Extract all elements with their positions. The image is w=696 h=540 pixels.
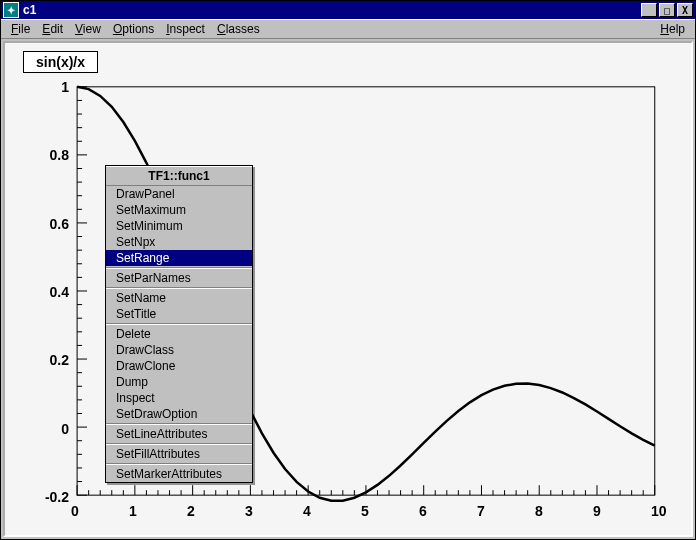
cm-sep [106,323,252,325]
cm-sep [106,267,252,269]
x-tick-label: 6 [419,503,427,519]
titlebar[interactable]: ✦ c1 _ □ X [1,1,695,19]
cm-item-setmarkerattributes[interactable]: SetMarkerAttributes [106,466,252,482]
x-tick-label: 8 [535,503,543,519]
y-tick-label: 0.6 [29,216,69,232]
menu-help[interactable]: Help [654,20,691,38]
y-tick-label: 1 [29,79,69,95]
y-ticks [77,87,87,495]
x-tick-label: 1 [129,503,137,519]
cm-sep [106,423,252,425]
minimize-button[interactable]: _ [641,3,657,17]
y-tick-label: 0 [29,421,69,437]
cm-sep [106,287,252,289]
x-tick-label: 9 [593,503,601,519]
context-menu-title: TF1::func1 [106,166,252,186]
cm-sep [106,443,252,445]
cm-item-setparnames[interactable]: SetParNames [106,270,252,286]
menubar: File Edit View Options Inspect Classes H… [1,19,695,39]
canvas-area[interactable]: sin(x)/x 0 1 2 3 4 5 6 7 8 9 10 -0.2 0 0… [3,41,693,537]
x-tick-label: 0 [71,503,79,519]
x-tick-label: 10 [651,503,667,519]
x-tick-label: 4 [303,503,311,519]
y-tick-label: 0.4 [29,284,69,300]
y-tick-label: 0.8 [29,147,69,163]
y-tick-label: 0.2 [29,352,69,368]
cm-item-setdrawoption[interactable]: SetDrawOption [106,406,252,422]
menu-edit[interactable]: Edit [36,20,69,38]
cm-item-setminimum[interactable]: SetMinimum [106,218,252,234]
cm-item-settitle[interactable]: SetTitle [106,306,252,322]
window-title: c1 [23,3,639,17]
cm-item-dump[interactable]: Dump [106,374,252,390]
window: ✦ c1 _ □ X File Edit View Options Inspec… [0,0,696,540]
cm-item-drawclass[interactable]: DrawClass [106,342,252,358]
cm-item-drawpanel[interactable]: DrawPanel [106,186,252,202]
x-tick-label: 2 [187,503,195,519]
cm-item-setname[interactable]: SetName [106,290,252,306]
menu-file[interactable]: File [5,20,36,38]
close-button[interactable]: X [677,3,693,17]
cm-item-setnpx[interactable]: SetNpx [106,234,252,250]
cm-item-setmaximum[interactable]: SetMaximum [106,202,252,218]
x-tick-label: 7 [477,503,485,519]
context-menu[interactable]: TF1::func1 DrawPanel SetMaximum SetMinim… [105,165,253,483]
cm-item-setfillattributes[interactable]: SetFillAttributes [106,446,252,462]
menu-inspect[interactable]: Inspect [160,20,211,38]
menu-options[interactable]: Options [107,20,160,38]
cm-item-setrange[interactable]: SetRange [106,250,252,266]
x-tick-label: 3 [245,503,253,519]
cm-item-delete[interactable]: Delete [106,326,252,342]
app-icon: ✦ [3,2,19,18]
cm-item-setlineattributes[interactable]: SetLineAttributes [106,426,252,442]
menu-classes[interactable]: Classes [211,20,266,38]
cm-item-inspect[interactable]: Inspect [106,390,252,406]
cm-item-drawclone[interactable]: DrawClone [106,358,252,374]
x-tick-label: 5 [361,503,369,519]
cm-sep [106,463,252,465]
menu-view[interactable]: View [69,20,107,38]
maximize-button[interactable]: □ [659,3,675,17]
y-tick-label: -0.2 [29,489,69,505]
